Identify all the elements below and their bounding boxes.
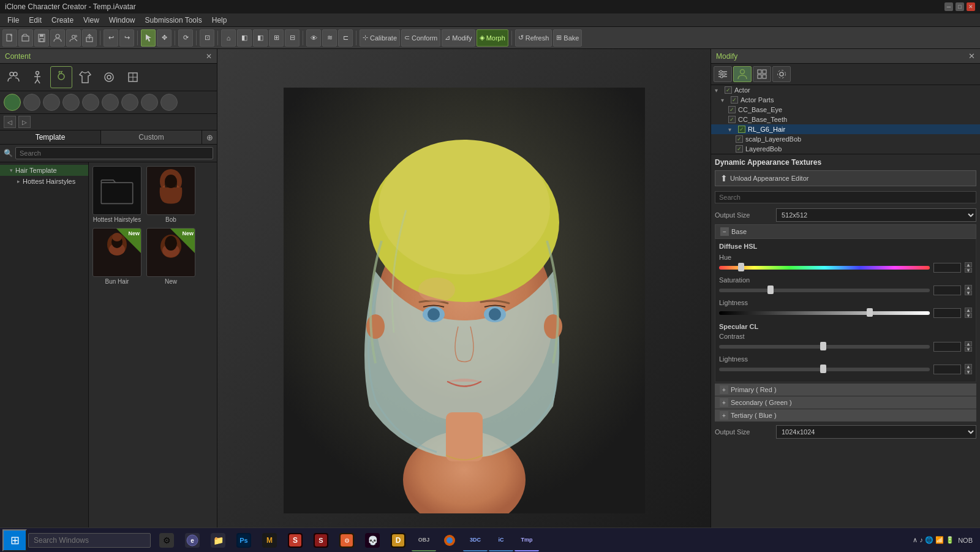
- minimize-button[interactable]: ─: [944, 2, 953, 11]
- export-button[interactable]: [82, 29, 97, 47]
- taskbar-skull[interactable]: 💀: [360, 529, 385, 551]
- accessories-icon-btn[interactable]: [98, 66, 120, 88]
- clothes-icon-btn[interactable]: [74, 66, 96, 88]
- scalp-bob-checkbox[interactable]: ✓: [736, 135, 743, 143]
- cc-eye-checkbox[interactable]: ✓: [728, 106, 736, 113]
- list-item[interactable]: New Bun Hair: [91, 227, 143, 286]
- scene-actor-parts[interactable]: ▾ ✓ Actor Parts: [711, 95, 980, 105]
- contrast-down[interactable]: ▼: [965, 347, 972, 352]
- select-button[interactable]: [141, 29, 156, 47]
- close-button[interactable]: ✕: [967, 2, 975, 11]
- tertiary-collapse-btn[interactable]: +: [720, 411, 728, 420]
- lightness2-slider[interactable]: [719, 368, 930, 371]
- mode-button[interactable]: ⊏: [338, 29, 353, 47]
- people-icon-btn[interactable]: [2, 66, 24, 88]
- lightness-down[interactable]: ▼: [965, 313, 972, 318]
- list-item[interactable]: Bob: [145, 165, 197, 224]
- saturation-thumb[interactable]: [767, 285, 774, 294]
- saturation-slider[interactable]: [719, 289, 930, 292]
- bake-button[interactable]: ⊞ Bake: [553, 29, 582, 47]
- tertiary-section-header[interactable]: + Tertiary ( Blue ): [715, 409, 976, 422]
- lightness-thumb[interactable]: [867, 308, 873, 317]
- base-section-header[interactable]: − Base: [715, 224, 976, 239]
- nav-forward-button[interactable]: ▷: [18, 116, 31, 128]
- actor-checkbox[interactable]: ✓: [725, 86, 732, 94]
- hue-thumb[interactable]: [738, 263, 744, 271]
- hue-down[interactable]: ▼: [965, 268, 972, 273]
- taskbar-s1[interactable]: S: [283, 529, 307, 551]
- scene-rl-hair[interactable]: ▾ ✓ RL_G6_Hair: [711, 124, 980, 134]
- taskbar-obj[interactable]: OBJ: [412, 529, 436, 551]
- refresh-button[interactable]: ↺ Refresh: [515, 29, 552, 47]
- right-search-input[interactable]: [715, 191, 976, 203]
- taskbar-firefox[interactable]: [437, 529, 462, 551]
- menu-create[interactable]: Create: [47, 15, 78, 26]
- calibrate-button[interactable]: ⊹ Calibrate: [360, 29, 400, 47]
- tree-hair-template[interactable]: ▾ Hair Template: [0, 165, 88, 176]
- menu-view[interactable]: View: [78, 15, 104, 26]
- taskbar-s2[interactable]: S: [309, 529, 333, 551]
- lightness-up[interactable]: ▲: [965, 308, 972, 312]
- taskbar-temp[interactable]: Tmp: [514, 529, 539, 551]
- list-item[interactable]: New New: [145, 227, 197, 286]
- layered-bob-checkbox[interactable]: ✓: [736, 145, 743, 153]
- circle-7[interactable]: [141, 94, 158, 111]
- view4-button[interactable]: ⊟: [285, 29, 300, 47]
- circle-1[interactable]: [23, 94, 40, 111]
- lightness-value[interactable]: 0.70: [933, 308, 961, 318]
- hair-icon-btn[interactable]: [50, 66, 72, 88]
- menu-submission[interactable]: Submission Tools: [140, 15, 207, 26]
- secondary-section-header[interactable]: + Secondary ( Green ): [715, 396, 976, 409]
- rotate-button[interactable]: ⟳: [178, 29, 193, 47]
- move-button[interactable]: ✥: [157, 29, 172, 47]
- scene-cc-eye[interactable]: ✓ CC_Base_Eye: [711, 105, 980, 115]
- contrast-value[interactable]: 0.00: [933, 342, 961, 352]
- tree-hottest[interactable]: ▸ Hottest Hairstyles: [0, 176, 88, 187]
- home-button[interactable]: ⌂: [221, 29, 236, 47]
- contrast-slider[interactable]: [719, 345, 930, 349]
- output-size2-select[interactable]: 1024x1024 512x512: [776, 425, 976, 439]
- lightness2-down[interactable]: ▼: [965, 369, 972, 374]
- open-button[interactable]: [18, 29, 33, 47]
- primary-section-header[interactable]: + Primary ( Red ): [715, 384, 976, 396]
- body-icon-btn[interactable]: [26, 66, 48, 88]
- hue-value[interactable]: 0.09: [933, 263, 961, 273]
- taskbar-iclone[interactable]: iC: [489, 529, 513, 551]
- taskbar-ps[interactable]: Ps: [232, 529, 256, 551]
- saturation-value[interactable]: 0.23: [933, 285, 961, 295]
- taskbar-browser1[interactable]: e: [180, 529, 205, 551]
- lightness2-thumb[interactable]: [820, 365, 826, 373]
- search-input[interactable]: [15, 147, 213, 159]
- scene-actor[interactable]: ▾ ✓ Actor: [711, 85, 980, 95]
- right-icon-sliders[interactable]: [714, 66, 732, 82]
- right-icon-grid[interactable]: [753, 66, 771, 82]
- list-item[interactable]: Hottest Hairstyles: [91, 165, 143, 224]
- circle-8[interactable]: [160, 94, 178, 111]
- undo-button[interactable]: ↩: [104, 29, 118, 47]
- start-button[interactable]: ⊞: [2, 529, 27, 551]
- scene-scalp-bob[interactable]: ✓ scalp_LayeredBob: [711, 134, 980, 144]
- taskbar-settings[interactable]: ⚙: [154, 529, 179, 551]
- view2-button[interactable]: ◧: [253, 29, 268, 47]
- actor-parts-checkbox[interactable]: ✓: [731, 96, 738, 104]
- view3-button[interactable]: ⊞: [269, 29, 284, 47]
- circle-4[interactable]: [82, 94, 99, 111]
- secondary-collapse-btn[interactable]: +: [720, 398, 728, 407]
- unload-appearance-button[interactable]: ⬆ Unload Appearance Editor: [715, 170, 976, 186]
- save-button[interactable]: [34, 29, 49, 47]
- view1-button[interactable]: ◧: [237, 29, 252, 47]
- taskbar-3dcoat[interactable]: 3DC: [463, 529, 488, 551]
- hue-slider[interactable]: [719, 266, 930, 270]
- eye-button[interactable]: 👁: [306, 29, 321, 47]
- tab-template[interactable]: Template: [0, 130, 101, 144]
- cc-teeth-checkbox[interactable]: ✓: [728, 116, 736, 123]
- modify-button[interactable]: ⊿ Modify: [442, 29, 475, 47]
- output-size-select[interactable]: 512x512 1024x1024: [776, 208, 976, 222]
- taskbar-d[interactable]: D: [386, 529, 410, 551]
- new-scene-button[interactable]: [2, 29, 17, 47]
- lightness-slider[interactable]: [719, 311, 930, 315]
- menu-window[interactable]: Window: [104, 15, 140, 26]
- circle-3[interactable]: [62, 94, 80, 111]
- nav-back-button[interactable]: ◁: [4, 116, 16, 128]
- saturation-down[interactable]: ▼: [965, 290, 972, 295]
